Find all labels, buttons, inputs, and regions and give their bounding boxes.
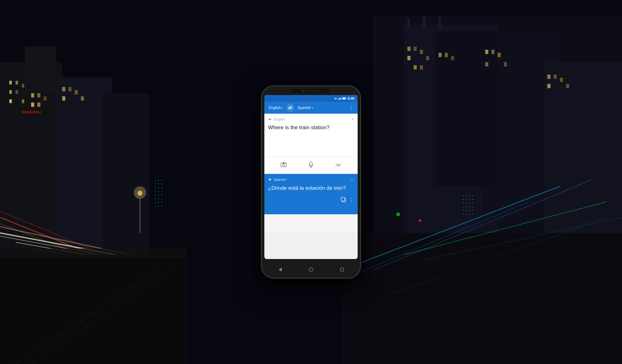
svg-point-80 — [161, 184, 162, 184]
svg-point-119 — [463, 214, 464, 215]
svg-point-88 — [158, 195, 159, 196]
svg-rect-34 — [420, 50, 423, 54]
status-time: 5:00 — [348, 97, 355, 100]
svg-point-147 — [309, 268, 313, 271]
camera-input-button[interactable] — [279, 160, 289, 171]
svg-rect-6 — [16, 81, 18, 84]
status-bar: 5:00 — [264, 95, 358, 102]
svg-rect-48 — [554, 75, 557, 79]
svg-rect-44 — [498, 53, 501, 57]
svg-point-86 — [161, 191, 162, 192]
output-lang-row: Spanish ☆ — [268, 177, 354, 182]
svg-rect-35 — [407, 56, 411, 60]
svg-point-94 — [158, 202, 159, 203]
svg-point-102 — [472, 195, 473, 196]
svg-rect-134 — [342, 98, 345, 99]
svg-rect-49 — [560, 78, 563, 82]
source-language-label: English — [269, 106, 281, 110]
svg-point-101 — [469, 195, 470, 196]
favorite-button[interactable]: ☆ — [350, 177, 354, 182]
svg-rect-129 — [339, 98, 340, 100]
output-text: ¿Dónde está la estación de tren? — [268, 184, 354, 192]
svg-rect-5 — [9, 81, 12, 84]
svg-point-96 — [155, 206, 156, 207]
clear-input-button[interactable]: × — [351, 117, 354, 121]
svg-marker-135 — [269, 118, 271, 121]
toolbar-more-button[interactable]: ⋮ — [347, 104, 355, 112]
svg-rect-47 — [547, 75, 550, 79]
svg-point-121 — [469, 214, 470, 215]
copy-icon — [341, 197, 346, 202]
svg-point-116 — [466, 210, 467, 211]
svg-rect-148 — [341, 268, 344, 271]
svg-point-112 — [466, 207, 467, 207]
phone-camera — [302, 90, 305, 92]
svg-point-75 — [155, 180, 156, 181]
svg-rect-29 — [407, 19, 410, 28]
output-more-button[interactable]: ⋮ — [349, 197, 354, 203]
svg-point-97 — [158, 206, 159, 207]
svg-point-98 — [161, 206, 162, 207]
output-volume-icon[interactable] — [268, 178, 272, 181]
voice-input-button[interactable] — [307, 160, 315, 171]
input-text[interactable]: Where is the train station? — [268, 124, 354, 131]
svg-rect-52 — [342, 233, 622, 364]
svg-point-93 — [155, 202, 156, 203]
svg-rect-68 — [0, 248, 187, 258]
target-language-label: Spanish — [297, 106, 311, 110]
input-volume-icon[interactable] — [268, 118, 272, 121]
svg-rect-13 — [37, 93, 40, 98]
svg-point-76 — [158, 180, 159, 181]
phone-nav-bar — [264, 262, 358, 278]
camera-icon — [281, 162, 287, 167]
home-nav-button[interactable] — [306, 265, 316, 274]
svg-point-89 — [161, 195, 162, 196]
svg-point-79 — [158, 184, 159, 184]
svg-rect-46 — [504, 62, 507, 66]
svg-point-83 — [161, 187, 162, 188]
svg-rect-10 — [9, 99, 12, 103]
svg-rect-145 — [341, 197, 345, 201]
svg-point-122 — [472, 214, 473, 215]
svg-rect-12 — [31, 93, 34, 98]
svg-rect-15 — [31, 102, 34, 107]
input-language-label: English — [274, 117, 285, 121]
svg-point-100 — [466, 195, 467, 196]
svg-point-78 — [155, 184, 156, 184]
app-toolbar: English ▾ Spanish ▾ ⋮ — [264, 102, 358, 114]
swap-languages-button[interactable] — [286, 104, 294, 112]
svg-point-77 — [161, 180, 162, 181]
recents-icon — [340, 267, 345, 272]
svg-point-111 — [463, 207, 464, 207]
phone-body: 5:00 English ▾ Spanish ▾ — [261, 86, 361, 278]
recents-nav-button[interactable] — [337, 265, 347, 274]
signal-icon — [338, 97, 341, 100]
svg-point-90 — [155, 198, 156, 199]
svg-point-74 — [419, 219, 421, 222]
input-actions-bar — [264, 157, 358, 174]
remaining-area — [264, 214, 358, 233]
target-language-selector[interactable]: Spanish ▾ — [295, 104, 315, 111]
handwrite-input-button[interactable] — [333, 160, 343, 171]
status-icons — [334, 97, 346, 100]
swap-icon — [288, 106, 292, 109]
svg-point-137 — [282, 164, 285, 166]
svg-rect-128 — [338, 99, 339, 100]
microphone-icon — [309, 162, 313, 168]
phone-device: 5:00 English ▾ Spanish ▾ — [261, 86, 361, 278]
source-language-selector[interactable]: English ▾ — [267, 104, 285, 111]
back-nav-button[interactable] — [275, 265, 285, 274]
svg-point-92 — [161, 198, 162, 199]
svg-marker-146 — [279, 268, 282, 271]
svg-rect-9 — [16, 90, 18, 94]
svg-point-82 — [158, 187, 159, 188]
svg-point-103 — [463, 199, 464, 200]
phone-top-bar — [292, 89, 330, 93]
svg-rect-17 — [62, 87, 65, 91]
svg-rect-51 — [566, 84, 569, 88]
battery-icon — [342, 97, 346, 100]
home-icon — [309, 267, 313, 272]
svg-point-91 — [158, 198, 159, 199]
copy-button[interactable] — [341, 197, 346, 204]
svg-point-114 — [472, 207, 473, 207]
